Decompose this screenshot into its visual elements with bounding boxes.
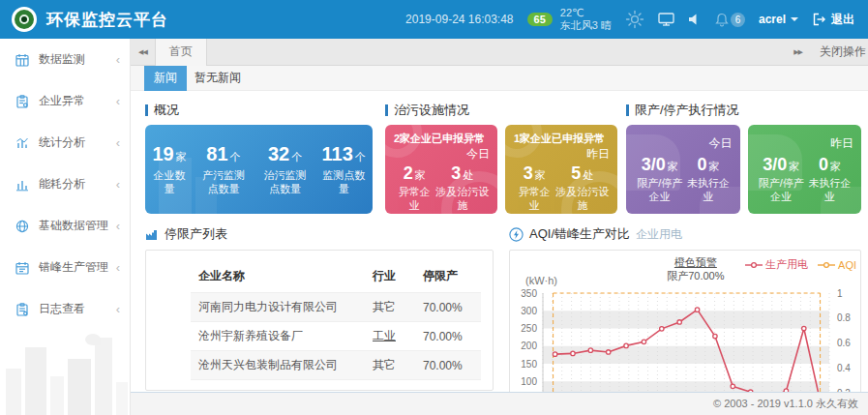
table-row[interactable]: 河南同力电力设计有限公司 其它 70.00% xyxy=(191,293,481,322)
svg-text:0.8: 0.8 xyxy=(837,312,851,323)
stat-abnormal-enterprises: 2家 异常企业 xyxy=(394,163,435,213)
news-text: 暂无新闻 xyxy=(195,70,241,86)
card-headline: 2家企业已申报异常 xyxy=(394,132,490,146)
card-day-label: 今日 xyxy=(394,146,490,163)
section-title: AQI/错峰生产对比 xyxy=(529,225,630,243)
globe-icon xyxy=(14,220,31,233)
calendar-icon xyxy=(14,261,31,275)
sidebar-item-data-monitoring[interactable]: 数据监测 ‹ xyxy=(0,39,130,80)
section-title: 治污设施情况 xyxy=(394,102,469,119)
news-badge[interactable]: 新闻 xyxy=(144,66,187,91)
logout-icon xyxy=(812,13,826,26)
stat-enterprise-count: 19家 企业数量 xyxy=(151,143,188,196)
clipboard-icon xyxy=(14,303,31,316)
restriction-today-card[interactable]: 今日 3/0家 限产/停产企业 0家 未执行企业 xyxy=(626,125,740,214)
stat-facilities-involved: 3处 涉及治污设施 xyxy=(435,163,490,213)
city-skyline-decoration xyxy=(0,323,129,415)
main-area: ◀◀ 首页 ▶▶ 关闭操作 新闻 暂无新闻 概况 xyxy=(131,39,868,415)
line-chart[interactable]: 3503002502001501005010.80.60.40.2 xyxy=(510,287,862,392)
bell-icon xyxy=(715,13,729,27)
section-stoplist: 停限产列表 企业名称 行业 停限产 xyxy=(145,225,494,392)
stat-non-executing-enterprises: 0家 未执行企业 xyxy=(685,155,733,204)
stat-non-executing-enterprises: 0家 未执行企业 xyxy=(806,155,853,204)
datetime-display: 2019-09-24 16:03:48 xyxy=(405,13,513,26)
stat-monitor-points: 113个 监测点数量 xyxy=(320,143,367,196)
stat-facilities-involved: 5处 涉及治污设施 xyxy=(555,163,610,213)
stoplist-panel: 企业名称 行业 停限产 河南同力电力设计有限公司 其它 70.00% xyxy=(145,250,494,391)
section-treatment-facilities: 治污设施情况 2家企业已申报异常 今日 2家 异常企业 xyxy=(385,103,617,214)
stat-abnormal-enterprises: 3家 异常企业 xyxy=(514,163,555,213)
chevron-left-icon: ‹ xyxy=(116,302,120,316)
section-title: 概况 xyxy=(154,102,179,119)
svg-text:250: 250 xyxy=(521,323,537,334)
weather-display: 22℃ 东北风3 晴 xyxy=(560,7,612,31)
treatment-today-card[interactable]: 2家企业已申报异常 今日 2家 异常企业 3处 涉及治污设施 xyxy=(385,125,497,214)
sidebar-item-log-view[interactable]: 日志查看 ‹ xyxy=(0,288,130,330)
logout-label: 退出 xyxy=(831,12,854,28)
card-day-label: 昨日 xyxy=(757,135,854,152)
svg-text:350: 350 xyxy=(521,288,537,299)
svg-text:1: 1 xyxy=(837,288,843,299)
clipboard-gear-icon xyxy=(14,95,31,108)
table-row[interactable]: 沧州宇新养殖设备厂 工业 70.00% xyxy=(191,322,481,351)
sidebar-nav: 数据监测 ‹ 企业异常 ‹ 统计分析 ‹ xyxy=(0,39,131,415)
legend-aqi[interactable]: AQI xyxy=(818,257,856,272)
aqi-value-badge: 65 xyxy=(527,13,553,26)
copyright-text: © 2003 - 2019 v1.1.0 永久有效 xyxy=(713,397,858,411)
stat-treatment-points: 32个 治污监测点数量 xyxy=(259,143,312,196)
y-axis-unit-label: (kW·h) xyxy=(525,275,557,286)
chevron-left-icon: ‹ xyxy=(116,219,120,233)
close-operations-button[interactable]: 关闭操作 xyxy=(810,44,868,60)
tab-scroll-right-icon[interactable]: ▶▶ xyxy=(786,48,810,56)
chevron-left-icon: ‹ xyxy=(116,177,120,192)
svg-text:0.4: 0.4 xyxy=(837,363,851,373)
page-title: 环保监控云平台 xyxy=(46,9,168,31)
card-headline: 1家企业已申报异常 xyxy=(514,132,610,146)
notifications[interactable]: 6 xyxy=(715,13,745,27)
electricity-circle-icon xyxy=(509,227,524,242)
stat-pollution-points: 81个 产污监测点数量 xyxy=(197,143,250,196)
chevron-left-icon: ‹ xyxy=(116,52,120,67)
sidebar-item-peak-production-management[interactable]: 错峰生产管理 ‹ xyxy=(0,247,130,288)
speaker-icon[interactable] xyxy=(688,13,702,26)
news-bar: 新闻 暂无新闻 xyxy=(131,66,868,91)
sidebar-item-energy-analysis[interactable]: 能耗分析 ‹ xyxy=(0,163,130,205)
chevron-down-icon xyxy=(791,17,798,21)
section-subtitle[interactable]: 企业用电 xyxy=(636,226,682,243)
bar-chart-icon xyxy=(14,178,31,192)
treatment-yesterday-card[interactable]: 1家企业已申报异常 昨日 3家 异常企业 5处 涉及治污设施 xyxy=(505,125,617,214)
page-footer: © 2003 - 2019 v1.1.0 永久有效 xyxy=(131,392,868,415)
svg-text:150: 150 xyxy=(521,359,537,370)
sidebar-item-basic-data-management[interactable]: 基础数据管理 ‹ xyxy=(0,205,130,247)
username-label: acrel xyxy=(759,13,786,26)
chart-annotation: 橙色预警 限产70.00% xyxy=(667,255,724,283)
user-menu[interactable]: acrel xyxy=(759,13,798,26)
section-accent-bar xyxy=(385,104,388,116)
overview-card[interactable]: 19家 企业数量 81个 产污监测点数量 32个 治污监测点数量 113个 xyxy=(145,125,373,214)
svg-text:200: 200 xyxy=(521,341,537,351)
logout-button[interactable]: 退出 xyxy=(812,12,854,28)
svg-text:0.6: 0.6 xyxy=(837,338,851,348)
sidebar-item-statistics-analysis[interactable]: 统计分析 ‹ xyxy=(0,122,130,163)
legend-production-power[interactable]: 生产用电 xyxy=(745,257,808,272)
sidebar-item-enterprise-abnormal[interactable]: 企业异常 ‹ xyxy=(0,80,130,122)
table-row[interactable]: 沧州天兴包装制品有限公司 其它 70.00% xyxy=(191,351,481,380)
chart-legend: 生产用电 AQI xyxy=(745,257,856,272)
stat-restricted-enterprises: 3/0家 限产/停产企业 xyxy=(635,155,685,204)
dashboard-content: 概况 19家 企业数量 81个 产污监测点数量 xyxy=(131,91,868,392)
restriction-yesterday-card[interactable]: 昨日 3/0家 限产/停产企业 0家 未执行企业 xyxy=(748,125,862,214)
bar-chart-icon xyxy=(14,136,31,150)
section-accent-bar xyxy=(145,104,148,116)
svg-text:100: 100 xyxy=(521,376,537,387)
monitor-icon[interactable] xyxy=(658,12,674,27)
section-title: 限产/停产执行情况 xyxy=(635,102,739,119)
sun-weather-icon xyxy=(625,10,644,29)
tab-scroll-left-icon[interactable]: ◀◀ xyxy=(131,48,155,56)
top-header: 环保监控云平台 2019-09-24 16:03:48 65 22℃ 东北风3 … xyxy=(0,0,868,39)
section-overview: 概况 19家 企业数量 81个 产污监测点数量 xyxy=(145,103,373,214)
tab-home[interactable]: 首页 xyxy=(155,39,207,66)
section-aqi-comparison: AQI/错峰生产对比 企业用电 (kW·h) 橙色预警 限产70.00% xyxy=(509,225,861,392)
column-header-enterprise[interactable]: 企业名称 xyxy=(191,262,373,293)
column-header-percent[interactable]: 停限产 xyxy=(423,262,481,293)
column-header-industry[interactable]: 行业 xyxy=(373,262,423,293)
